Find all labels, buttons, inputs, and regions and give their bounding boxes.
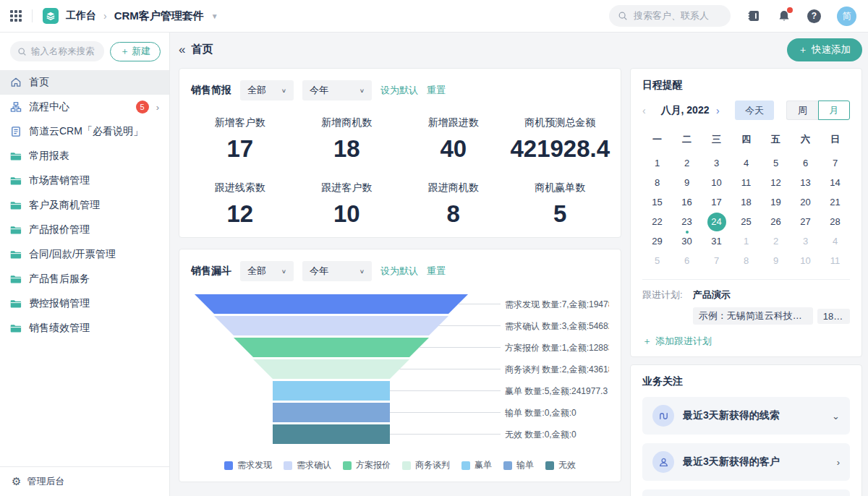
legend-item-4[interactable]: 赢单 <box>461 459 492 471</box>
sidebar-item-3[interactable]: 常用报表 <box>0 144 169 168</box>
calendar-day[interactable]: 12 <box>761 173 791 192</box>
calendar-day[interactable]: 3 <box>791 231 820 251</box>
funnel-stage-3[interactable] <box>253 359 409 379</box>
calendar-day[interactable]: 15 <box>642 192 672 212</box>
calendar-day[interactable]: 7 <box>702 251 731 270</box>
calendar-day[interactable]: 2 <box>672 153 702 173</box>
sidebar-item-0[interactable]: 首页 <box>0 70 169 95</box>
sidebar-item-6[interactable]: 产品报价管理 <box>0 218 169 242</box>
calendar-day[interactable]: 11 <box>820 251 850 270</box>
calendar-prev-icon[interactable]: ‹ <box>642 105 654 116</box>
focus-item-1[interactable]: 最近3天新获得的客户› <box>642 443 850 481</box>
calendar-day[interactable]: 26 <box>761 212 791 231</box>
funnel-stage-0[interactable] <box>195 294 468 314</box>
calendar-day[interactable]: 14 <box>820 173 850 192</box>
funnel-stage-1[interactable] <box>214 316 448 335</box>
calendar-day[interactable]: 21 <box>820 192 850 212</box>
sidebar-item-5[interactable]: 客户及商机管理 <box>0 193 169 218</box>
week-toggle-button[interactable]: 周 <box>786 101 818 120</box>
brief-set-default-link[interactable]: 设为默认 <box>380 84 418 97</box>
user-avatar[interactable]: 简 <box>837 7 856 26</box>
sidebar-item-4[interactable]: 市场营销管理 <box>0 168 169 193</box>
calendar-day[interactable]: 6 <box>791 153 820 173</box>
legend-item-5[interactable]: 输单 <box>503 459 534 471</box>
legend-item-6[interactable]: 无效 <box>545 459 576 471</box>
sidebar-item-2[interactable]: 简道云CRM「必看说明」 <box>0 119 169 144</box>
calendar-day[interactable]: 11 <box>731 173 761 192</box>
sidebar-item-7[interactable]: 合同/回款/开票管理 <box>0 242 169 267</box>
calendar-day[interactable]: 23 <box>672 212 702 231</box>
calendar-day[interactable]: 30 <box>672 231 702 251</box>
sidebar-item-10[interactable]: 销售绩效管理 <box>0 316 169 341</box>
calendar-day[interactable]: 20 <box>791 192 820 212</box>
funnel-set-default-link[interactable]: 设为默认 <box>380 265 418 278</box>
funnel-stage-2[interactable] <box>234 338 429 357</box>
today-button[interactable]: 今天 <box>735 101 774 120</box>
funnel-stage-4[interactable] <box>273 381 390 401</box>
calendar-day[interactable]: 2 <box>761 231 791 251</box>
calendar-day[interactable]: 5 <box>761 153 791 173</box>
calendar-day[interactable]: 19 <box>761 192 791 212</box>
calendar-day[interactable]: 1 <box>642 153 672 173</box>
add-follow-up-plan-link[interactable]: ＋ 添加跟进计划 <box>642 335 850 348</box>
funnel-scope-select[interactable]: 全部∨ <box>240 261 294 281</box>
brief-reset-link[interactable]: 重置 <box>427 84 446 97</box>
breadcrumb-app-title[interactable]: CRM客户管理套件 <box>114 9 204 23</box>
focus-item-2[interactable]: 正在跟进的商机9› <box>642 489 850 496</box>
breadcrumb-workbench[interactable]: 工作台 <box>66 9 96 22</box>
funnel-stage-6[interactable] <box>273 424 390 444</box>
jiandaoyun-logo-icon[interactable] <box>43 8 59 24</box>
calendar-day[interactable]: 3 <box>702 153 731 173</box>
admin-backend-button[interactable]: ⚙ 管理后台 <box>0 466 169 496</box>
notifications-bell-icon[interactable] <box>777 9 791 23</box>
global-search-input[interactable]: 搜索客户、联系人 <box>609 5 731 27</box>
calendar-day[interactable]: 4 <box>731 153 761 173</box>
brief-period-select[interactable]: 今年∨ <box>302 80 372 101</box>
focus-item-0[interactable]: 最近3天新获得的线索⌄ <box>642 397 850 435</box>
calendar-day[interactable]: 4 <box>820 231 850 251</box>
calendar-day[interactable]: 6 <box>672 251 702 270</box>
sidebar-search-input[interactable]: 输入名称来搜索 <box>10 41 104 61</box>
calendar-day[interactable]: 18 <box>731 192 761 212</box>
calendar-day-selected[interactable]: 24 <box>702 212 731 231</box>
calendar-day[interactable]: 27 <box>791 212 820 231</box>
calendar-day[interactable]: 9 <box>672 173 702 192</box>
calendar-day[interactable]: 31 <box>702 231 731 251</box>
funnel-reset-link[interactable]: 重置 <box>427 265 446 278</box>
collapse-sidebar-icon[interactable]: « <box>179 43 184 57</box>
calendar-next-icon[interactable]: › <box>716 105 728 116</box>
legend-item-3[interactable]: 商务谈判 <box>402 459 450 471</box>
funnel-period-select[interactable]: 今年∨ <box>302 261 372 281</box>
calendar-day[interactable]: 16 <box>672 192 702 212</box>
month-toggle-button[interactable]: 月 <box>818 101 850 120</box>
plan-company-chip[interactable]: 示例：无锡简道云科技有限... <box>693 307 813 325</box>
calendar-day[interactable]: 5 <box>642 251 672 270</box>
brief-scope-select[interactable]: 全部∨ <box>240 80 294 101</box>
calendar-day[interactable]: 25 <box>731 212 761 231</box>
calendar-day[interactable]: 7 <box>820 153 850 173</box>
calendar-day[interactable]: 9 <box>761 251 791 270</box>
app-switch-caret-icon[interactable]: ▼ <box>211 12 218 20</box>
address-book-icon[interactable] <box>746 9 761 23</box>
new-button[interactable]: ＋ 新建 <box>110 42 161 61</box>
sidebar-item-8[interactable]: 产品售后服务 <box>0 267 169 291</box>
calendar-day[interactable]: 28 <box>820 212 850 231</box>
calendar-day[interactable]: 13 <box>791 173 820 192</box>
calendar-day[interactable]: 17 <box>702 192 731 212</box>
sidebar-item-1[interactable]: 流程中心5› <box>0 95 169 119</box>
app-grid-icon[interactable] <box>10 10 22 22</box>
calendar-day[interactable]: 29 <box>642 231 672 251</box>
quick-add-button[interactable]: ＋ 快速添加 <box>787 38 863 61</box>
calendar-day[interactable]: 22 <box>642 212 672 231</box>
calendar-day[interactable]: 10 <box>791 251 820 270</box>
calendar-day[interactable]: 8 <box>731 251 761 270</box>
legend-item-2[interactable]: 方案报价 <box>343 459 391 471</box>
funnel-stage-5[interactable] <box>273 403 390 422</box>
calendar-day[interactable]: 10 <box>702 173 731 192</box>
sidebar-item-9[interactable]: 费控报销管理 <box>0 291 169 316</box>
help-icon[interactable]: ? <box>807 9 821 23</box>
legend-item-1[interactable]: 需求确认 <box>284 459 331 471</box>
calendar-day[interactable]: 1 <box>731 231 761 251</box>
calendar-day[interactable]: 8 <box>642 173 672 192</box>
legend-item-0[interactable]: 需求发现 <box>224 459 272 471</box>
